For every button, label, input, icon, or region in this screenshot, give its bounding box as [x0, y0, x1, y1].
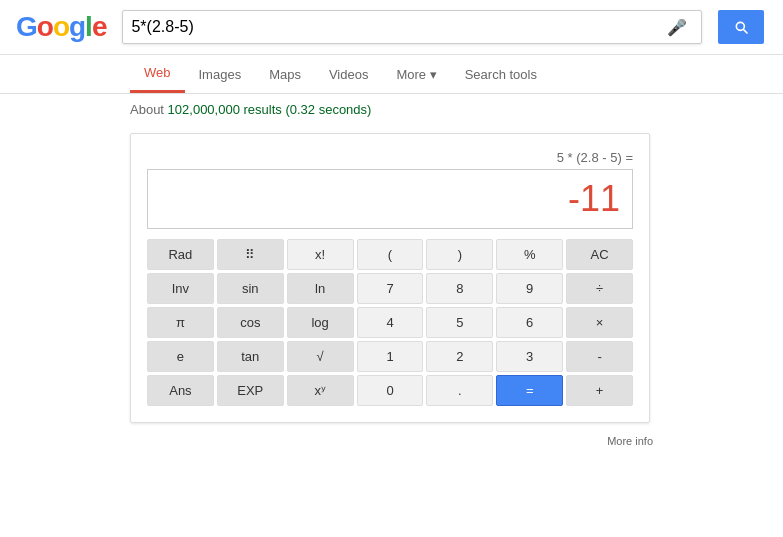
- search-bar: 5*(2.8-5) 🎤: [122, 10, 702, 44]
- calc-btn-1[interactable]: 1: [357, 341, 424, 372]
- nav-search-tools[interactable]: Search tools: [451, 57, 551, 92]
- calc-btn-AC[interactable]: AC: [566, 239, 633, 270]
- calc-btn-cos[interactable]: cos: [217, 307, 284, 338]
- nav-images[interactable]: Images: [185, 57, 256, 92]
- calc-btn-8[interactable]: 8: [426, 273, 493, 304]
- calc-btn--[interactable]: +: [566, 375, 633, 406]
- calc-btn-tan[interactable]: tan: [217, 341, 284, 372]
- calc-btn-e[interactable]: e: [147, 341, 214, 372]
- calc-display: -11: [147, 169, 633, 229]
- calc-btn-ln[interactable]: ln: [287, 273, 354, 304]
- calc-btn-9[interactable]: 9: [496, 273, 563, 304]
- calc-btn--[interactable]: π: [147, 307, 214, 338]
- calc-btn--[interactable]: ÷: [566, 273, 633, 304]
- calc-btn-Rad[interactable]: Rad: [147, 239, 214, 270]
- calc-btn-x-[interactable]: xʸ: [287, 375, 354, 406]
- calc-btn-Inv[interactable]: Inv: [147, 273, 214, 304]
- calc-expression: 5 * (2.8 - 5) =: [147, 150, 633, 165]
- results-count: 102,000,000: [168, 102, 240, 117]
- calc-btn--[interactable]: %: [496, 239, 563, 270]
- calc-btn-2[interactable]: 2: [426, 341, 493, 372]
- mic-icon[interactable]: 🎤: [667, 18, 687, 37]
- nav-more[interactable]: More ▾: [382, 57, 450, 92]
- results-info: About 102,000,000 results (0.32 seconds): [0, 94, 783, 125]
- search-input[interactable]: 5*(2.8-5): [131, 18, 661, 36]
- nav-maps[interactable]: Maps: [255, 57, 315, 92]
- nav-web[interactable]: Web: [130, 55, 185, 93]
- calc-btn-4[interactable]: 4: [357, 307, 424, 338]
- calc-buttons: Rad⠿x!()%ACInvsinln789÷πcoslog456×etan√1…: [147, 239, 633, 406]
- calc-btn--[interactable]: ): [426, 239, 493, 270]
- calc-btn--[interactable]: -: [566, 341, 633, 372]
- results-suffix: results (0.32 seconds): [240, 102, 372, 117]
- calc-btn-x-[interactable]: x!: [287, 239, 354, 270]
- calc-btn-7[interactable]: 7: [357, 273, 424, 304]
- calc-btn--[interactable]: ⠿: [217, 239, 284, 270]
- calculator: 5 * (2.8 - 5) = -11 Rad⠿x!()%ACInvsinln7…: [130, 133, 650, 423]
- calc-btn-EXP[interactable]: EXP: [217, 375, 284, 406]
- calc-btn--[interactable]: =: [496, 375, 563, 406]
- calc-btn--[interactable]: .: [426, 375, 493, 406]
- more-info-link[interactable]: More info: [130, 431, 653, 455]
- nav: Web Images Maps Videos More ▾ Search too…: [0, 55, 783, 94]
- calc-btn-5[interactable]: 5: [426, 307, 493, 338]
- header: Google 5*(2.8-5) 🎤: [0, 0, 783, 55]
- calc-btn-log[interactable]: log: [287, 307, 354, 338]
- calc-btn--[interactable]: (: [357, 239, 424, 270]
- calc-btn-Ans[interactable]: Ans: [147, 375, 214, 406]
- calc-btn--[interactable]: √: [287, 341, 354, 372]
- nav-videos[interactable]: Videos: [315, 57, 383, 92]
- search-button[interactable]: [718, 10, 764, 44]
- calc-btn-0[interactable]: 0: [357, 375, 424, 406]
- calc-btn-sin[interactable]: sin: [217, 273, 284, 304]
- calc-btn--[interactable]: ×: [566, 307, 633, 338]
- google-logo[interactable]: Google: [16, 11, 106, 43]
- calc-btn-6[interactable]: 6: [496, 307, 563, 338]
- calc-btn-3[interactable]: 3: [496, 341, 563, 372]
- search-icon: [733, 19, 749, 35]
